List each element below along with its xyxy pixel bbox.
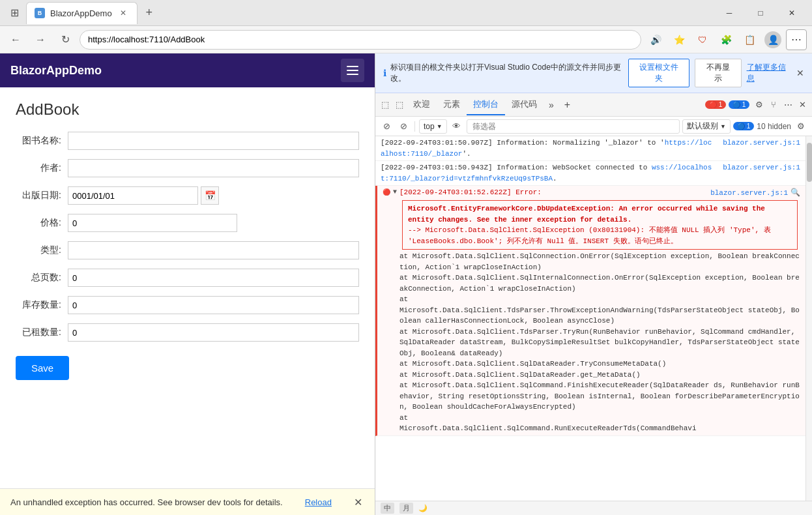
filter-input[interactable] [467, 119, 680, 134]
profile-button[interactable]: 👤 [762, 29, 783, 50]
tab-welcome-label: 欢迎 [413, 98, 430, 110]
error-header: [2022-09-24T03:01:52.622Z] Error: blazor… [399, 187, 800, 199]
devtools-gear-icon[interactable]: ⚙ [752, 98, 766, 112]
error-source[interactable]: blazor.server.js:1 [710, 188, 788, 199]
scrollbar-thumb[interactable] [807, 143, 812, 182]
devtools-tab-icon-1[interactable]: ⬚ [378, 98, 392, 112]
form-row-type: 类型: [16, 241, 359, 259]
search-icon[interactable]: 🔍 [790, 187, 800, 199]
console-toolbar: ⊘ ⊘ top ▼ 👁 默认级别 ▼ 🔵 1 10 hidden ⚙ [375, 117, 812, 136]
set-root-button[interactable]: 设置根文件夹 [628, 59, 689, 87]
favorites-icon[interactable]: ⭐ [669, 29, 689, 50]
label-rented: 已租数量: [16, 327, 68, 338]
devtools-info-bar: ℹ 标识项目的根文件夹以打开Visual Studio Code中的源文件并同步… [375, 53, 812, 93]
label-book-name: 图书名称: [16, 135, 68, 147]
tab-welcome[interactable]: 欢迎 [407, 95, 437, 115]
console-scrollbar[interactable] [805, 136, 812, 501]
lang-badge-zh: 中 [381, 503, 394, 514]
input-stock[interactable] [68, 296, 359, 314]
more-options-button[interactable]: ⋯ [786, 29, 807, 50]
warn-badge: 🔵 1 [729, 100, 749, 109]
error-close-button[interactable]: ✕ [351, 495, 364, 508]
collections-icon[interactable]: 📋 [739, 29, 760, 50]
console-entries: [2022-09-24T03:01:50.907Z] Information: … [375, 136, 805, 501]
input-rented[interactable] [68, 323, 359, 342]
devtools-close-icon[interactable]: ✕ [795, 98, 809, 112]
title-bar: ⊞ B BlazorAppDemo ✕ + ─ □ ✕ [0, 0, 812, 26]
clear-console-button[interactable]: ⊘ [379, 119, 394, 134]
form-row-stock: 库存数量: [16, 296, 359, 314]
log-entry-1: [2022-09-24T03:01:50.907Z] Information: … [375, 136, 805, 161]
top-context-dropdown[interactable]: top ▼ [419, 119, 447, 134]
shield-icon[interactable]: 🛡 [692, 29, 713, 50]
expand-icon[interactable]: 🔴 [383, 188, 390, 198]
reload-link[interactable]: Reload [305, 497, 332, 507]
address-input[interactable] [80, 30, 641, 50]
window-controls: ─ □ ✕ [714, 2, 807, 24]
add-tab-button[interactable]: + [559, 96, 575, 113]
blazor-header: BlazorAppDemo [0, 53, 375, 87]
main-area: BlazorAppDemo AddBook 图书名称: 作者: [0, 53, 812, 515]
devtools-tab-icon-2[interactable]: ⬚ [392, 98, 407, 112]
read-aloud-icon[interactable]: 🔊 [645, 29, 666, 50]
tab-close-button[interactable]: ✕ [117, 7, 129, 19]
log-link-2[interactable]: wss://localhost:7110/_blazor?id=vtzfmhnf… [381, 164, 712, 183]
input-type[interactable] [68, 241, 359, 259]
block-icon[interactable]: ⊘ [396, 119, 411, 134]
minimize-button[interactable]: ─ [714, 2, 744, 24]
tab-console[interactable]: 控制台 [467, 95, 505, 115]
error-main-text: Microsoft.EntityFrameworkCore.DbUpdateEx… [408, 203, 792, 225]
console-settings-button[interactable]: ⚙ [794, 119, 808, 134]
error-header-right: blazor.server.js:1 🔍 [705, 187, 800, 199]
dismiss-button[interactable]: 不再显示 [695, 59, 742, 87]
log-level-dropdown[interactable]: 默认级别 ▼ [682, 119, 731, 134]
log-link-1[interactable]: https://localhost:7110/_blazor [381, 139, 712, 158]
log-source-1[interactable]: blazor.server.js:1 [723, 138, 800, 149]
stack-line-5: at Microsoft.Data.SqlClient.TdsParser.Tr… [399, 327, 800, 359]
devtools-more-icon[interactable]: ⋯ [781, 98, 795, 112]
refresh-button[interactable]: ↻ [55, 29, 76, 50]
label-total-pages: 总页数: [16, 272, 68, 284]
error-expand-icon[interactable]: ▼ [393, 187, 397, 197]
form-row-author: 作者: [16, 159, 359, 177]
browser-tab[interactable]: B BlazorAppDemo ✕ [26, 2, 138, 24]
calendar-icon[interactable]: 📅 [201, 186, 219, 205]
log-source-2[interactable]: blazor.server.js:1 [723, 162, 800, 173]
input-total-pages[interactable] [68, 269, 359, 287]
level-badge: 🔵 1 [733, 122, 754, 130]
console-content[interactable]: [2022-09-24T03:01:50.907Z] Information: … [375, 136, 812, 501]
new-tab-button[interactable]: + [140, 4, 158, 22]
sidebar-toggle-button[interactable]: ⊞ [5, 4, 23, 22]
address-bar: ← → ↻ 🔊 ⭐ 🛡 🧩 📋 👤 ⋯ [0, 26, 812, 53]
top-label: top [424, 122, 435, 131]
devtools-branch-icon[interactable]: ⑂ [766, 98, 781, 112]
maximize-button[interactable]: □ [746, 2, 776, 24]
tab-title: BlazorAppDemo [50, 8, 112, 18]
level-label: 默认级别 [687, 121, 718, 132]
label-type: 类型: [16, 244, 68, 256]
blazor-content: AddBook 图书名称: 作者: 出版日期: 📅 [0, 87, 375, 488]
input-author[interactable] [68, 159, 359, 177]
label-author: 作者: [16, 162, 68, 174]
extensions-icon[interactable]: 🧩 [716, 29, 736, 50]
profile-avatar: 👤 [764, 31, 781, 48]
tab-elements[interactable]: 元素 [437, 95, 467, 115]
info-bar-right: 设置根文件夹 不再显示 了解更多信息 ✕ [628, 59, 804, 87]
input-date[interactable] [68, 186, 198, 205]
error-notification-text: An unhandled exception has occurred. See… [10, 497, 283, 507]
save-button[interactable]: Save [16, 356, 69, 380]
error-content: [2022-09-24T03:01:52.622Z] Error: blazor… [399, 187, 800, 434]
back-button[interactable]: ← [5, 29, 26, 50]
info-close-button[interactable]: ✕ [796, 68, 804, 78]
hamburger-menu-button[interactable] [341, 59, 364, 82]
moon-icon: 🌙 [418, 504, 428, 512]
forward-button[interactable]: → [30, 29, 51, 50]
more-tabs-button[interactable]: » [544, 97, 559, 113]
tab-sources[interactable]: 源代码 [505, 95, 544, 115]
input-book-name[interactable] [68, 132, 359, 150]
menu-line-3 [347, 74, 358, 75]
learn-more-link[interactable]: 了解更多信息 [747, 62, 791, 84]
close-button[interactable]: ✕ [777, 2, 807, 24]
eye-icon[interactable]: 👁 [450, 119, 464, 134]
input-price[interactable] [68, 214, 237, 232]
